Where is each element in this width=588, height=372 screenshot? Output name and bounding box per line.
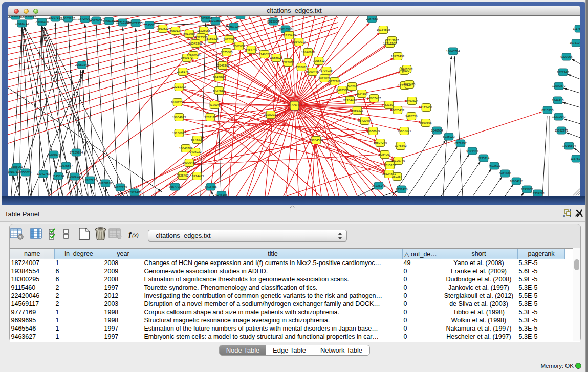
svg-text:10654112: 10654112 <box>509 180 523 183</box>
svg-text:6379197: 6379197 <box>454 142 467 145</box>
svg-text:3624554: 3624554 <box>356 92 368 95</box>
svg-text:2087682: 2087682 <box>366 17 378 20</box>
svg-text:751552: 751552 <box>144 24 155 27</box>
svg-text:6794028: 6794028 <box>320 69 333 72</box>
svg-text:2867608: 2867608 <box>233 45 245 48</box>
svg-text:9463063: 9463063 <box>401 68 413 71</box>
svg-text:16543362: 16543362 <box>188 42 202 45</box>
svg-text:12923486: 12923486 <box>127 191 141 194</box>
svg-text:62160: 62160 <box>384 103 393 106</box>
svg-text:2718176: 2718176 <box>177 70 189 73</box>
svg-text:10975867: 10975867 <box>59 164 73 167</box>
svg-text:16210643: 16210643 <box>552 115 565 118</box>
svg-text:10719155: 10719155 <box>116 21 129 24</box>
svg-text:12093872: 12093872 <box>552 84 565 87</box>
svg-text:16671355: 16671355 <box>128 21 142 25</box>
svg-text:19654933: 19654933 <box>172 116 186 119</box>
svg-text:19384554: 19384554 <box>309 139 323 142</box>
svg-text:1167533: 1167533 <box>570 157 580 160</box>
svg-text:9657791: 9657791 <box>169 185 181 188</box>
svg-text:5938923: 5938923 <box>443 135 455 138</box>
svg-text:10025433: 10025433 <box>390 108 404 112</box>
svg-text:13640910: 13640910 <box>292 40 306 43</box>
svg-text:8813054: 8813054 <box>234 16 247 17</box>
svg-text:12213302: 12213302 <box>172 85 186 89</box>
svg-text:12905135: 12905135 <box>68 175 81 178</box>
svg-text:9227342: 9227342 <box>557 71 569 74</box>
svg-text:1156829: 1156829 <box>19 171 32 174</box>
svg-text:1527602: 1527602 <box>90 19 102 22</box>
svg-text:19652923: 19652923 <box>397 129 411 133</box>
svg-text:746266: 746266 <box>346 85 357 88</box>
svg-text:21364436: 21364436 <box>343 99 357 102</box>
svg-text:7663822: 7663822 <box>157 27 169 30</box>
svg-text:16782759: 16782759 <box>113 186 127 189</box>
svg-text:9474444: 9474444 <box>466 149 478 152</box>
svg-text:1733426: 1733426 <box>396 188 408 191</box>
svg-text:1675546: 1675546 <box>223 38 235 41</box>
svg-text:11325419: 11325419 <box>282 34 296 37</box>
svg-text:3675685: 3675685 <box>221 51 233 54</box>
svg-text:f: f <box>128 231 132 239</box>
svg-text:8215955: 8215955 <box>541 108 554 112</box>
svg-text:14055712: 14055712 <box>15 22 29 25</box>
svg-text:8427552: 8427552 <box>213 89 225 92</box>
svg-text:15692971: 15692971 <box>554 129 568 132</box>
svg-text:9245052: 9245052 <box>521 188 533 191</box>
svg-text:23302033: 23302033 <box>264 113 277 116</box>
svg-text:20206576: 20206576 <box>47 153 60 156</box>
svg-text:1588520: 1588520 <box>270 56 282 59</box>
svg-text:16107554: 16107554 <box>170 101 184 104</box>
svg-text:8990448: 8990448 <box>307 70 319 73</box>
svg-text:8186328: 8186328 <box>206 37 219 40</box>
svg-text:19218506: 19218506 <box>278 28 292 31</box>
svg-text:1815152: 1815152 <box>384 164 396 167</box>
svg-text:17016504: 17016504 <box>562 144 576 147</box>
svg-text:9327508: 9327508 <box>195 36 207 39</box>
svg-text:7632621: 7632621 <box>488 164 500 167</box>
svg-text:10807487: 10807487 <box>367 97 381 100</box>
svg-text:9498222: 9498222 <box>189 150 202 154</box>
svg-text:3267130: 3267130 <box>204 116 216 119</box>
svg-text:9890172: 9890172 <box>181 56 193 59</box>
svg-text:9329966: 9329966 <box>560 55 573 58</box>
svg-text:8454749: 8454749 <box>245 48 257 51</box>
svg-text:9242848: 9242848 <box>213 76 225 79</box>
svg-text:12942757: 12942757 <box>36 172 50 176</box>
svg-text:15543362: 15543362 <box>215 64 229 67</box>
svg-text:19166827: 19166827 <box>172 132 186 135</box>
svg-text:11178492: 11178492 <box>573 27 580 30</box>
svg-text:14136141: 14136141 <box>372 184 385 187</box>
svg-text:1145194: 1145194 <box>52 174 64 178</box>
svg-text:417006: 417006 <box>209 103 220 106</box>
svg-text:20691406: 20691406 <box>35 20 49 24</box>
svg-text:(x): (x) <box>132 232 139 238</box>
svg-text:12213967: 12213967 <box>385 39 399 42</box>
svg-text:9146821: 9146821 <box>258 53 271 56</box>
svg-text:7625402: 7625402 <box>177 174 189 177</box>
svg-text:17957225: 17957225 <box>83 179 97 182</box>
svg-text:18226058: 18226058 <box>197 29 210 32</box>
svg-text:16914423: 16914423 <box>190 174 204 178</box>
svg-text:1640954: 1640954 <box>431 129 443 132</box>
svg-text:9777169: 9777169 <box>329 80 341 83</box>
svg-text:6466160: 6466160 <box>103 19 115 23</box>
svg-text:8471676: 8471676 <box>499 172 511 175</box>
svg-text:1685061: 1685061 <box>11 165 23 168</box>
svg-text:12213967: 12213967 <box>383 42 397 45</box>
svg-text:1244415: 1244415 <box>552 99 564 102</box>
svg-text:14055712: 14055712 <box>8 16 22 17</box>
svg-text:16033809: 16033809 <box>208 19 222 23</box>
svg-text:15720407: 15720407 <box>358 119 372 122</box>
svg-text:20053346: 20053346 <box>75 63 89 67</box>
svg-text:9495756: 9495756 <box>405 115 418 118</box>
svg-text:2935114: 2935114 <box>477 157 490 160</box>
svg-text:9115460: 9115460 <box>420 106 432 109</box>
svg-text:17334261: 17334261 <box>531 192 545 195</box>
svg-text:8678334: 8678334 <box>191 138 203 141</box>
svg-text:1975692: 1975692 <box>395 144 407 147</box>
svg-text:9699695: 9699695 <box>420 121 432 124</box>
svg-text:10688609: 10688609 <box>366 129 380 133</box>
svg-text:3915712: 3915712 <box>8 170 19 173</box>
svg-text:18807249: 18807249 <box>373 141 387 144</box>
